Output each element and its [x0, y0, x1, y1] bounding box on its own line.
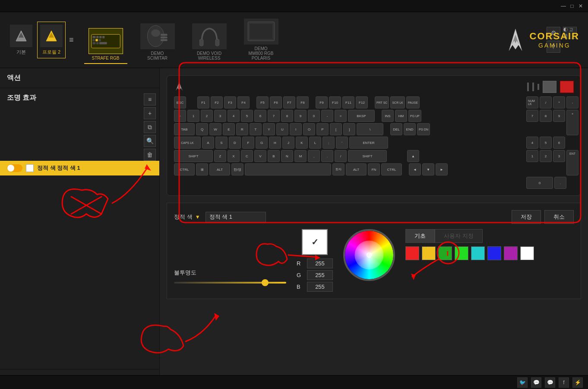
key-v[interactable]: V — [254, 150, 266, 162]
key-b[interactable]: B — [268, 150, 280, 162]
opacity-slider[interactable] — [174, 282, 286, 284]
key-2[interactable]: 2 — [201, 110, 213, 122]
key-num-enter[interactable]: ENT — [566, 150, 579, 175]
tool-add-button[interactable]: + — [144, 107, 156, 119]
key-f6[interactable]: F6 — [270, 96, 282, 108]
key-hanja[interactable]: 한자 — [332, 163, 345, 175]
key-0[interactable]: 0 — [308, 110, 320, 122]
key-q[interactable]: Q — [196, 123, 208, 135]
opacity-slider-thumb[interactable] — [262, 279, 269, 286]
key-num4[interactable]: 4 — [526, 137, 538, 149]
key-hangul[interactable]: 한/영 — [231, 163, 243, 175]
tool-search-button[interactable]: 🔍 — [144, 135, 156, 147]
key-6[interactable]: 6 — [254, 110, 266, 122]
key-4[interactable]: 4 — [228, 110, 240, 122]
key-u[interactable]: U — [276, 123, 288, 135]
key-scroll[interactable]: SCR LK — [390, 96, 405, 108]
key-w[interactable]: W — [209, 123, 221, 135]
key-o[interactable]: O — [303, 123, 315, 135]
key-num5[interactable]: 5 — [540, 137, 552, 149]
key-c[interactable]: C — [241, 150, 253, 162]
key-f1[interactable]: F1 — [197, 96, 209, 108]
key-num-minus[interactable]: - — [566, 96, 579, 108]
key-left[interactable]: ◄ — [409, 163, 421, 175]
key-minus[interactable]: - — [321, 110, 333, 122]
key-num2[interactable]: 2 — [540, 150, 552, 162]
key-num-plus[interactable]: + — [566, 110, 579, 135]
key-up[interactable]: ▲ — [407, 150, 419, 162]
key-i[interactable]: I — [290, 123, 302, 135]
color-wheel[interactable] — [343, 229, 395, 281]
preset-tab-basic[interactable]: 기초 — [405, 229, 435, 243]
key-tab[interactable]: TAB — [174, 123, 195, 135]
key-num1[interactable]: 1 — [526, 150, 538, 162]
key-equals[interactable]: = — [335, 110, 347, 122]
status-twitter-icon[interactable]: 🐦 — [517, 377, 528, 388]
key-num8[interactable]: 8 — [540, 110, 552, 122]
key-a[interactable]: A — [202, 137, 214, 149]
cancel-button[interactable]: 취소 — [544, 210, 574, 224]
preset-color-light-green[interactable] — [455, 246, 468, 260]
key-enter[interactable]: ENTER — [349, 137, 388, 149]
key-f10[interactable]: F10 — [329, 96, 341, 108]
key-num3[interactable]: 3 — [553, 150, 565, 162]
key-rctrl[interactable]: CTRL — [381, 163, 402, 175]
effect-dropdown[interactable]: 정적 색 ▼ — [174, 213, 200, 221]
maximize-button[interactable]: □ — [568, 2, 576, 10]
key-z[interactable]: Z — [214, 150, 226, 162]
key-backslash[interactable]: \ — [357, 123, 383, 135]
key-rshift[interactable]: SHIFT — [348, 150, 387, 162]
key-m[interactable]: M — [294, 150, 307, 162]
key-f5[interactable]: F5 — [256, 96, 269, 108]
key-fn[interactable]: FN — [368, 163, 380, 175]
key-e[interactable]: E — [223, 123, 235, 135]
key-k[interactable]: K — [296, 137, 308, 149]
key-num7[interactable]: 7 — [526, 110, 538, 122]
corner-gray-button[interactable] — [543, 81, 556, 93]
key-home[interactable]: HM — [395, 110, 407, 122]
key-f4[interactable]: F4 — [237, 96, 250, 108]
tool-delete-button[interactable]: 🗑 — [144, 149, 156, 161]
key-numlock[interactable]: NUM LK — [526, 96, 538, 108]
key-p[interactable]: P — [316, 123, 329, 135]
key-h[interactable]: H — [269, 137, 281, 149]
key-9[interactable]: 9 — [294, 110, 307, 122]
key-semicolon[interactable]: ; — [322, 137, 335, 149]
color-preview-box[interactable]: ✓ — [302, 229, 328, 255]
key-slash[interactable]: / — [335, 150, 347, 162]
key-num9[interactable]: 9 — [553, 110, 565, 122]
key-num-star[interactable]: * — [553, 96, 565, 108]
key-num-dot[interactable]: . — [554, 177, 566, 189]
rgb-r-input[interactable] — [307, 258, 333, 268]
key-f3[interactable]: F3 — [224, 96, 236, 108]
rgb-g-input[interactable] — [307, 270, 333, 280]
key-f7[interactable]: F7 — [283, 96, 295, 108]
key-comma[interactable]: , — [308, 150, 320, 162]
key-pause[interactable]: PAUSE — [406, 96, 420, 108]
rgb-b-input[interactable] — [307, 282, 333, 292]
status-chat-icon[interactable]: 💬 — [531, 377, 541, 388]
key-del[interactable]: DEL — [390, 123, 402, 135]
device-void-wireless[interactable]: DEMO VOIDWIRELESS — [188, 21, 231, 64]
profile-2[interactable]: 프로필 2 — [37, 22, 66, 58]
key-f12[interactable]: F12 — [356, 96, 368, 108]
effect-item[interactable]: 정적 색 정적 색 1 — [0, 161, 159, 175]
key-backspace[interactable]: BKSP — [348, 110, 375, 122]
key-esc[interactable]: ESC — [174, 96, 186, 108]
status-support-icon[interactable]: 💬 — [545, 377, 555, 388]
key-f2[interactable]: F2 — [211, 96, 223, 108]
key-prtsc[interactable]: PRT SC — [375, 96, 389, 108]
key-r[interactable]: R — [236, 123, 248, 135]
key-num-slash[interactable]: / — [540, 96, 552, 108]
device-scimitar[interactable]: DEMOSCIMITAR — [136, 21, 179, 64]
device-strafe-rgb[interactable]: STRAFE RGB — [84, 26, 127, 64]
status-facebook-icon[interactable]: f — [559, 377, 569, 388]
tool-menu-button[interactable]: ≡ — [144, 93, 156, 105]
key-x[interactable]: X — [228, 150, 240, 162]
key-period[interactable]: . — [321, 150, 333, 162]
key-down[interactable]: ▼ — [422, 163, 434, 175]
key-7[interactable]: 7 — [268, 110, 280, 122]
key-j[interactable]: J — [282, 137, 294, 149]
key-pgdn[interactable]: PG DN — [417, 123, 430, 135]
key-lctrl[interactable]: CTRL — [174, 163, 195, 175]
